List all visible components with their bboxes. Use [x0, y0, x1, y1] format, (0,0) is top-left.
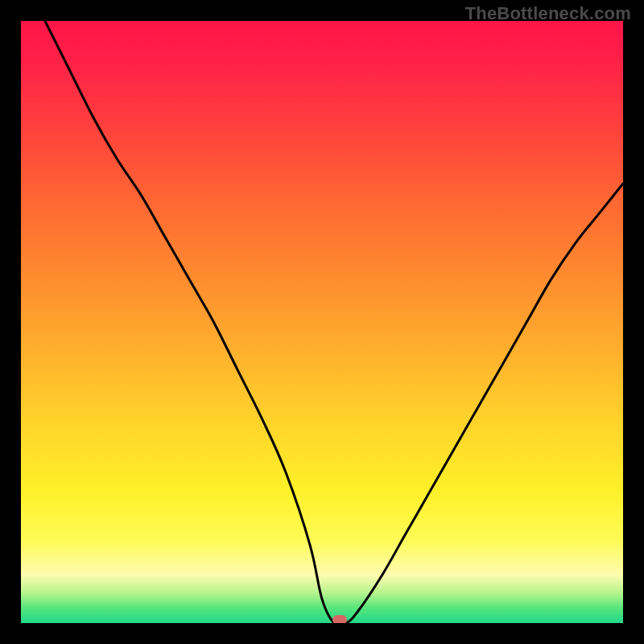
watermark-text: TheBottleneck.com	[465, 3, 631, 24]
plot-area	[21, 21, 623, 623]
optimal-point-marker	[332, 615, 347, 623]
chart-frame: TheBottleneck.com	[0, 0, 644, 644]
bottleneck-curve	[21, 21, 623, 623]
